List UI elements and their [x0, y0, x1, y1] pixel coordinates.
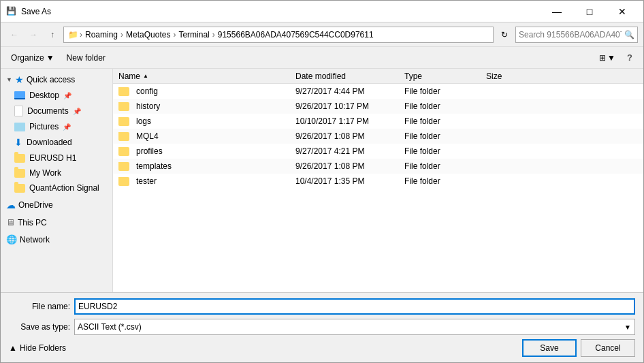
file-name-cell: logs — [118, 116, 295, 126]
file-date: 9/26/2017 10:17 PM — [295, 101, 404, 111]
header-name[interactable]: Name ▲ — [118, 72, 295, 81]
search-input[interactable] — [519, 30, 622, 40]
file-name-cell: history — [118, 101, 295, 111]
view-chevron-icon: ▼ — [607, 53, 615, 63]
onedrive-section: ☁ OneDrive — [1, 197, 112, 213]
quick-access-header[interactable]: ▼ ★ Quick access — [1, 72, 112, 88]
hide-folders-button[interactable]: ▲ Hide Folders — [9, 343, 66, 353]
table-row[interactable]: logs 10/10/2017 1:17 PM File folder — [113, 114, 643, 129]
network-section: 🌐 Network — [1, 232, 112, 247]
up-button[interactable]: ↑ — [44, 27, 61, 43]
table-row[interactable]: profiles 9/27/2017 4:21 PM File folder — [113, 144, 643, 159]
network-icon: 🌐 — [6, 234, 17, 244]
refresh-button[interactable]: ↻ — [496, 27, 513, 43]
desktop-pin-icon: 📌 — [63, 92, 71, 99]
pictures-pin-icon: 📌 — [63, 123, 71, 131]
table-row[interactable]: history 9/26/2017 10:17 PM File folder — [113, 99, 643, 114]
sidebar-item-network[interactable]: 🌐 Network — [1, 232, 112, 247]
help-button[interactable]: ? — [622, 50, 638, 66]
file-name: config — [136, 86, 158, 96]
table-row[interactable]: tester 10/4/2017 1:35 PM File folder — [113, 174, 643, 189]
breadcrumb[interactable]: 📁 › Roaming › MetaQuotes › Terminal › 91… — [63, 27, 494, 43]
nav-toolbar: ← → ↑ 📁 › Roaming › MetaQuotes › Termina… — [1, 22, 643, 47]
save-as-dialog: 💾 Save As — □ ✕ ← → ↑ 📁 › Roaming › Meta… — [0, 0, 644, 363]
savetype-label: Save as type: — [9, 322, 70, 332]
file-name: MQL4 — [136, 131, 159, 141]
table-row[interactable]: config 9/27/2017 4:44 PM File folder — [113, 84, 643, 99]
hide-folders-label: Hide Folders — [20, 343, 66, 353]
row-folder-icon — [118, 117, 129, 126]
table-row[interactable]: templates 9/26/2017 1:08 PM File folder — [113, 159, 643, 174]
thispc-icon: 🖥 — [6, 217, 15, 227]
sidebar-item-desktop[interactable]: Desktop 📌 — [1, 88, 112, 103]
file-type: File folder — [404, 101, 486, 111]
pictures-icon — [14, 123, 25, 131]
sidebar-item-quantaction[interactable]: QuantAction Signal — [1, 180, 112, 195]
savetype-select[interactable]: ASCII Text (*.csv) — [74, 319, 635, 335]
file-date: 9/27/2017 4:44 PM — [295, 86, 404, 96]
savetype-row: Save as type: ASCII Text (*.csv) ▼ — [9, 319, 635, 335]
file-date: 9/26/2017 1:08 PM — [295, 161, 404, 171]
filename-row: File name: — [9, 298, 635, 315]
file-name-cell: tester — [118, 176, 295, 186]
file-name: templates — [136, 161, 172, 171]
row-folder-icon — [118, 177, 129, 186]
quick-access-label: Quick access — [27, 75, 75, 84]
file-type: File folder — [404, 116, 486, 126]
close-button[interactable]: ✕ — [607, 1, 638, 22]
window-controls: — □ ✕ — [541, 1, 638, 22]
sidebar: ▼ ★ Quick access Desktop 📌 Documents 📌 — [1, 69, 113, 292]
hide-folders-icon: ▲ — [9, 343, 17, 353]
save-button[interactable]: Save — [522, 339, 577, 357]
breadcrumb-item: 📁 — [68, 30, 78, 40]
title-bar: 💾 Save As — □ ✕ — [1, 1, 643, 22]
sidebar-item-mywork[interactable]: My Work — [1, 165, 112, 180]
file-rows-container: config 9/27/2017 4:44 PM File folder his… — [113, 84, 643, 189]
thispc-section: 🖥 This PC — [1, 215, 112, 230]
back-button[interactable]: ← — [6, 27, 22, 43]
sidebar-item-eurusd-label: EURUSD H1 — [29, 153, 76, 163]
breadcrumb-roaming[interactable]: Roaming — [84, 30, 119, 40]
row-folder-icon — [118, 132, 129, 141]
sidebar-item-thispc[interactable]: 🖥 This PC — [1, 215, 112, 230]
forward-button[interactable]: → — [25, 27, 42, 43]
sidebar-item-pictures-label: Pictures — [29, 122, 59, 131]
row-folder-icon — [118, 102, 129, 111]
file-name-cell: templates — [118, 161, 295, 171]
file-type: File folder — [404, 161, 486, 171]
sidebar-thispc-label: This PC — [18, 218, 47, 227]
file-type: File folder — [404, 176, 486, 186]
quick-access-chevron-icon: ▼ — [6, 76, 12, 83]
new-folder-button[interactable]: New folder — [62, 50, 110, 66]
breadcrumb-guid[interactable]: 915566BA06ADA407569C544CC0D97611 — [216, 30, 375, 40]
search-box[interactable]: 🔍 — [515, 27, 638, 43]
organize-button[interactable]: Organize ▼ — [6, 50, 59, 66]
file-type: File folder — [404, 131, 486, 141]
file-name: profiles — [136, 146, 163, 156]
savetype-wrapper: ASCII Text (*.csv) ▼ — [74, 319, 635, 335]
breadcrumb-terminal[interactable]: Terminal — [177, 30, 210, 40]
filename-input[interactable] — [74, 298, 635, 315]
sidebar-item-documents-label: Documents — [27, 106, 69, 116]
view-button[interactable]: ⊞ ▼ — [596, 50, 619, 66]
row-folder-icon — [118, 147, 129, 156]
quick-access-star-icon: ★ — [15, 74, 24, 85]
breadcrumb-metaquotes[interactable]: MetaQuotes — [125, 30, 172, 40]
sidebar-item-eurusd[interactable]: EURUSD H1 — [1, 151, 112, 165]
header-size[interactable]: Size — [486, 72, 541, 81]
dialog-title: Save As — [21, 7, 541, 16]
sidebar-item-downloaded[interactable]: ⬇ Downloaded — [1, 134, 112, 151]
header-date[interactable]: Date modified — [295, 72, 404, 81]
mywork-folder-icon — [14, 169, 25, 178]
sidebar-item-onedrive[interactable]: ☁ OneDrive — [1, 197, 112, 213]
organize-chevron-icon: ▼ — [46, 53, 54, 63]
minimize-button[interactable]: — — [541, 1, 573, 22]
header-type[interactable]: Type — [404, 72, 486, 81]
cancel-button[interactable]: Cancel — [581, 339, 635, 357]
maximize-button[interactable]: □ — [574, 1, 605, 22]
sidebar-item-pictures[interactable]: Pictures 📌 — [1, 119, 112, 134]
file-name: tester — [136, 176, 157, 186]
search-icon: 🔍 — [624, 30, 634, 40]
table-row[interactable]: MQL4 9/26/2017 1:08 PM File folder — [113, 129, 643, 144]
sidebar-item-documents[interactable]: Documents 📌 — [1, 103, 112, 119]
